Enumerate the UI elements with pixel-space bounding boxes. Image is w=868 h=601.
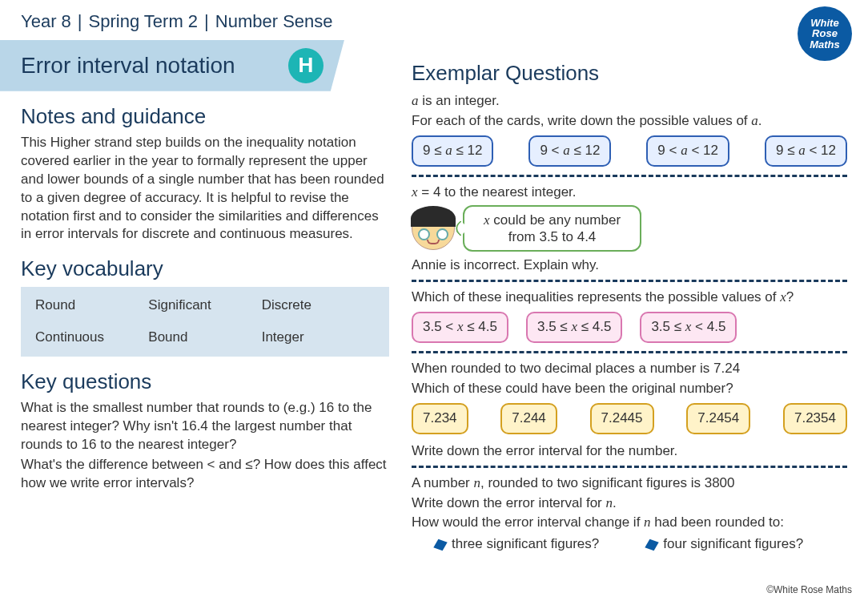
q1-text: For each of the cards, write down the po… xyxy=(412,112,847,131)
bullet-label: three significant figures? xyxy=(452,536,599,551)
vocab-cell: Significant xyxy=(148,296,261,315)
logo-line: Maths xyxy=(810,39,840,50)
exemplar-heading: Exemplar Questions xyxy=(412,59,847,87)
bullet-label: four significant figures? xyxy=(663,536,803,551)
q4-text: When rounded to two decimal places a num… xyxy=(412,360,847,378)
logo-line: White xyxy=(810,18,838,29)
brand-logo: White Rose Maths xyxy=(798,6,852,61)
vocab-heading: Key vocabulary xyxy=(21,255,389,283)
notes-body: This Higher strand step builds on the in… xyxy=(21,134,389,244)
q1-text: a is an integer. xyxy=(412,92,847,111)
header-term: Spring Term 2 xyxy=(89,10,199,34)
header-topic: Number Sense xyxy=(215,10,333,34)
header-sep: | xyxy=(78,10,82,34)
copyright-footer: ©White Rose Maths xyxy=(766,583,852,596)
cube-bullet-icon xyxy=(645,539,659,551)
q4-card-row: 7.234 7.244 7.2445 7.2454 7.2354 xyxy=(412,403,847,434)
number-card: 7.2354 xyxy=(783,403,847,434)
character-annie-icon xyxy=(412,207,455,250)
key-questions-body: What's the difference between < and ≤? H… xyxy=(21,456,389,493)
cube-bullet-icon xyxy=(433,539,447,551)
vocab-table: Round Significant Discrete Continuous Bo… xyxy=(21,287,389,357)
q4-prompt: Write down the error interval for the nu… xyxy=(412,442,847,461)
number-card: 7.234 xyxy=(412,403,468,434)
number-card: 7.2445 xyxy=(590,403,654,434)
left-column: Notes and guidance This Higher strand st… xyxy=(21,91,389,555)
inequality-card: 3.5 ≤ x < 4.5 xyxy=(640,312,737,343)
section-divider xyxy=(412,466,847,468)
q5-text: How would the error interval change if n… xyxy=(412,514,847,532)
bullet-item: three significant figures? xyxy=(436,535,599,554)
speech-row: x could be any numberfrom 3.5 to 4.4 xyxy=(412,205,847,252)
inequality-card: 9 < a < 12 xyxy=(646,135,729,167)
vocab-cell: Discrete xyxy=(262,296,375,315)
header-sep: | xyxy=(204,10,209,34)
q1-card-row: 9 ≤ a ≤ 12 9 < a ≤ 12 9 < a < 12 9 ≤ a <… xyxy=(412,135,847,167)
logo-line: Rose xyxy=(812,28,838,39)
header-bar: Year 8 | Spring Term 2 | Number Sense xyxy=(0,0,868,40)
vocab-cell: Continuous xyxy=(35,329,148,347)
vocab-cell: Round xyxy=(35,296,148,315)
q4-text: Which of these could have been the origi… xyxy=(412,380,847,398)
right-column: Exemplar Questions a is an integer. For … xyxy=(412,91,847,555)
inequality-card: 9 ≤ a ≤ 12 xyxy=(412,135,493,167)
vocab-cell: Integer xyxy=(262,329,375,347)
page-title: Error interval notation xyxy=(21,50,235,81)
q3-card-row: 3.5 < x ≤ 4.5 3.5 ≤ x ≤ 4.5 3.5 ≤ x < 4.… xyxy=(412,312,847,343)
number-card: 7.2454 xyxy=(686,403,750,434)
section-divider xyxy=(412,175,847,177)
bullet-row: three significant figures? four signific… xyxy=(436,535,847,554)
q2-prompt: Annie is incorrect. Explain why. xyxy=(412,256,847,275)
inequality-card: 9 < a ≤ 12 xyxy=(528,135,611,167)
higher-badge: H xyxy=(288,48,323,83)
notes-heading: Notes and guidance xyxy=(21,103,389,131)
key-questions-body: What is the smallest number that rounds … xyxy=(21,399,389,454)
header-year: Year 8 xyxy=(21,10,71,34)
title-band: Error interval notation H xyxy=(0,40,344,91)
q5-text: A number n, rounded to two significant f… xyxy=(412,474,847,493)
inequality-card: 3.5 ≤ x ≤ 4.5 xyxy=(526,312,622,343)
number-card: 7.244 xyxy=(500,403,557,434)
q3-text: Which of these inequalities represents t… xyxy=(412,288,847,307)
key-questions-heading: Key questions xyxy=(21,368,389,396)
section-divider xyxy=(412,280,847,282)
section-divider xyxy=(412,351,847,353)
vocab-cell: Bound xyxy=(148,329,261,347)
q2-text: x = 4 to the nearest integer. xyxy=(412,184,847,202)
inequality-card: 3.5 < x ≤ 4.5 xyxy=(412,312,508,343)
q5-text: Write down the error interval for n. xyxy=(412,494,847,513)
speech-bubble: x could be any numberfrom 3.5 to 4.4 xyxy=(463,205,641,252)
inequality-card: 9 ≤ a < 12 xyxy=(765,135,847,167)
bullet-item: four significant figures? xyxy=(647,535,803,554)
